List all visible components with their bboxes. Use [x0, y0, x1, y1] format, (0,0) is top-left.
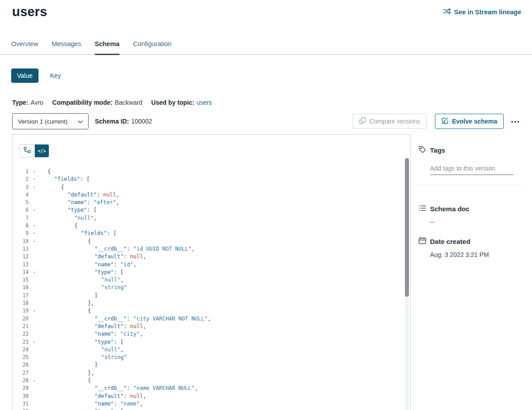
compare-icon: [359, 117, 366, 125]
code-line: 3▾{: [13, 184, 410, 191]
meta-type-label: Type:: [12, 99, 28, 106]
stream-lineage-label: See in Stream lineage: [454, 9, 521, 16]
version-bar: Version 1 (current) Schema ID: 100002 Co…: [12, 113, 520, 129]
line-number: 1: [13, 168, 29, 175]
line-number: 2: [13, 175, 29, 183]
stream-lineage-icon: [443, 8, 451, 16]
list-icon: [418, 205, 426, 213]
tab-overview[interactable]: Overview: [11, 40, 38, 54]
collapse-toggle-icon[interactable]: ▾: [29, 222, 40, 230]
compare-versions-label: Compare versions: [370, 118, 421, 125]
tab-schema[interactable]: Schema: [95, 40, 120, 54]
code-view-icon: </>: [38, 149, 46, 154]
arrow-spacer: [29, 284, 40, 291]
code-text: },: [40, 299, 94, 307]
code-text: "null",: [40, 214, 97, 222]
tab-configuration[interactable]: Configuration: [133, 40, 171, 54]
arrow-spacer: [29, 214, 40, 222]
meta-topic: Used by topic: users: [151, 99, 212, 106]
code-line: 21"default": null,: [13, 323, 410, 330]
collapse-toggle-icon[interactable]: ▾: [29, 338, 40, 346]
code-line: 20"__crdb__": "city VARCHAR NOT NULL",: [13, 315, 410, 323]
code-text: "__crdb__": "city VARCHAR NOT NULL",: [40, 315, 211, 323]
code-text: {: [40, 222, 77, 230]
tags-title: Tags: [430, 146, 445, 154]
code-line: 8▾{: [13, 222, 410, 230]
schema-id-label: Schema ID:: [95, 118, 129, 125]
stream-lineage-link[interactable]: See in Stream lineage: [443, 8, 521, 16]
collapse-toggle-icon[interactable]: ▾: [29, 307, 40, 315]
meta-topic-link[interactable]: users: [196, 99, 212, 106]
code-line: 7"null",: [13, 214, 410, 222]
more-options-button[interactable]: •••: [511, 118, 520, 125]
line-number: 5: [13, 199, 29, 206]
line-number: 11: [13, 245, 29, 253]
code-line: 16"string": [13, 284, 410, 291]
tab-messages[interactable]: Messages: [51, 40, 81, 54]
code-line: 1▾{: [13, 168, 410, 175]
collapse-toggle-icon[interactable]: ▾: [29, 377, 40, 384]
code-line: 19▾{: [13, 307, 410, 315]
code-line: 30"default": null,: [13, 393, 410, 400]
add-tags-input[interactable]: [430, 164, 514, 175]
main-content: </> 1▾{2▾"fields": [3▾{4"default": null,…: [0, 134, 532, 410]
code-text: "type": [: [40, 408, 123, 410]
line-number: 9: [13, 230, 29, 237]
collapse-toggle-icon[interactable]: ▾: [29, 175, 40, 183]
code-text: {: [40, 184, 64, 191]
key-toggle-link[interactable]: Key: [50, 72, 61, 79]
line-number: 17: [13, 292, 29, 299]
code-line: 11"__crdb__": "id UUID NOT NULL",: [13, 245, 410, 253]
code-view-button[interactable]: </>: [34, 145, 49, 157]
evolve-schema-icon: [442, 117, 448, 125]
editor-scrollbar-thumb[interactable]: [405, 158, 409, 297]
line-number: 29: [13, 384, 29, 392]
evolve-schema-button[interactable]: Evolve schema: [435, 114, 504, 129]
value-key-toggle: Value Key: [11, 68, 521, 83]
meta-compatibility: Compatibility mode: Backward: [52, 99, 142, 106]
line-number: 28: [13, 377, 29, 384]
code-text: "fields": [: [40, 230, 116, 237]
code-line: 28▾{: [13, 377, 410, 384]
arrow-spacer: [29, 245, 40, 253]
code-text: "default": null,: [40, 393, 146, 400]
line-number: 27: [13, 369, 29, 377]
collapse-toggle-icon[interactable]: ▾: [29, 184, 40, 191]
code-text: "string": [40, 284, 127, 291]
arrow-spacer: [29, 330, 40, 338]
collapse-toggle-icon[interactable]: ▾: [29, 206, 40, 214]
version-select[interactable]: Version 1 (current): [12, 113, 89, 129]
code-text: "fields": [: [40, 175, 89, 183]
schema-doc-section: Schema doc --: [418, 205, 521, 226]
line-number: 13: [13, 261, 29, 269]
collapse-toggle-icon[interactable]: ▾: [29, 230, 40, 237]
collapse-toggle-icon[interactable]: ▾: [29, 269, 40, 276]
code-text: "default": null,: [40, 191, 119, 199]
code-text: ]: [40, 292, 98, 299]
code-line: 15"null",: [13, 276, 410, 284]
line-number: 24: [13, 346, 29, 354]
line-number: 15: [13, 276, 29, 284]
code-line: 24"null",: [13, 346, 410, 354]
version-select-value: Version 1 (current): [18, 118, 68, 125]
code-lines: 1▾{2▾"fields": [3▾{4"default": null,5"na…: [13, 135, 410, 410]
code-line: 23▾"type": [: [13, 338, 410, 346]
code-text: {: [40, 307, 91, 315]
code-line: 26]: [13, 361, 410, 369]
schema-sidebar: Tags Schema doc --: [411, 134, 532, 410]
line-number: 20: [13, 315, 29, 323]
code-text: {: [40, 168, 51, 175]
collapse-toggle-icon[interactable]: ▾: [29, 408, 40, 410]
code-text: "name": "city",: [40, 330, 143, 338]
collapse-toggle-icon[interactable]: ▾: [29, 168, 40, 175]
code-text: "default": null,: [40, 323, 146, 330]
editor-view-toggle: </>: [20, 144, 49, 158]
code-text: "type": [: [40, 269, 123, 276]
code-line: 4"default": null,: [13, 191, 410, 199]
value-toggle-button[interactable]: Value: [11, 68, 38, 83]
compare-versions-button[interactable]: Compare versions: [353, 114, 427, 129]
collapse-toggle-icon[interactable]: ▾: [29, 238, 40, 245]
chevron-down-icon: [78, 118, 83, 125]
tree-view-button[interactable]: [20, 145, 34, 157]
date-created-value: Aug. 3 2022 3:21 PM: [430, 251, 521, 258]
